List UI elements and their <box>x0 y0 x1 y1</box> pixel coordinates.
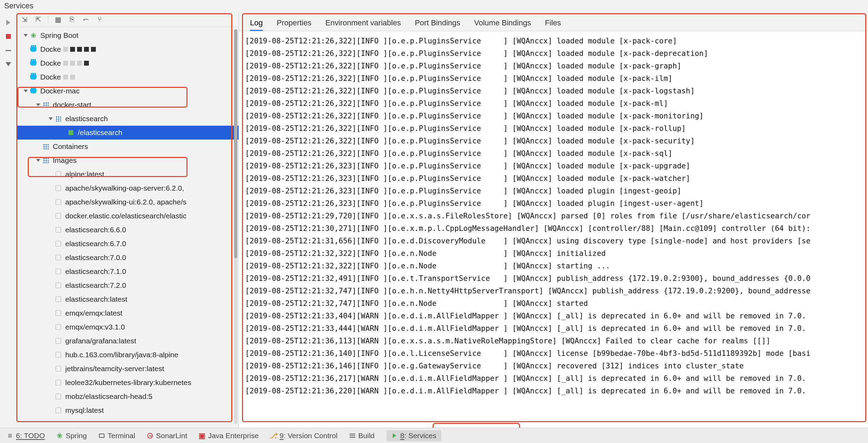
tree-item[interactable]: docker-start <box>17 98 239 112</box>
filter-icon[interactable] <box>5 60 12 68</box>
tree-item-label: Containers <box>53 142 88 151</box>
panel-title: Services <box>0 0 868 12</box>
tree-item[interactable]: Docke <box>17 70 239 84</box>
tree-item[interactable]: Images <box>17 153 239 167</box>
log-line: [2019-08-25T12:21:26,323][INFO ][o.e.p.P… <box>245 172 862 185</box>
tab-environment-variables[interactable]: Environment variables <box>325 16 401 31</box>
services-tab[interactable]: 8: Services <box>386 430 441 441</box>
tree-item[interactable]: mysql:latest <box>17 403 239 417</box>
log-line: [2019-08-25T12:21:26,322][INFO ][o.e.p.P… <box>245 135 862 147</box>
tree-item[interactable]: Docke <box>17 42 239 56</box>
version-control-tab[interactable]: ⎇9: Version Control <box>270 432 337 440</box>
stop-icon[interactable] <box>5 33 12 40</box>
tool-window-bar: ≡6: TODO ❀Spring Terminal SonarLint ▣Jav… <box>0 428 868 443</box>
tree-item[interactable]: elasticsearch:6.7.0 <box>17 237 239 251</box>
tree-item[interactable]: ❀Spring Boot <box>17 28 239 42</box>
tree-item[interactable]: emqx/emqx:latest <box>17 306 239 320</box>
build-tab[interactable]: Build <box>349 432 375 440</box>
tree-item-label: elasticsearch:7.0.0 <box>65 253 126 262</box>
tab-port-bindings[interactable]: Port Bindings <box>415 16 460 31</box>
tree-item-label: Docke <box>40 45 61 53</box>
collapse-all-icon[interactable]: ⇱ <box>34 15 42 24</box>
tree-item[interactable]: Docke <box>17 56 239 70</box>
tree-item-label: hub.c.163.com/library/java:8-alpine <box>65 351 178 359</box>
services-tree[interactable]: ❀Spring BootDockeDockeDockeDocker-macdoc… <box>17 27 239 417</box>
terminal-tab[interactable]: Terminal <box>99 432 135 440</box>
tree-item[interactable]: apache/skywalking-oap-server:6.2.0, <box>17 181 239 195</box>
tree-item-label: elasticsearch:latest <box>65 295 127 303</box>
tree-scrollbar[interactable] <box>234 29 237 424</box>
log-line: [2019-08-25T12:21:33,404][WARN ][o.e.d.i… <box>245 310 862 322</box>
tree-item-label: apache/skywalking-ui:6.2.0, apache/s <box>65 198 186 206</box>
save-icon[interactable]: ⎘ <box>68 15 76 24</box>
services-tree-pane: ⇲ ⇱ ▦ ⎘ ⤺ ⑂ ❀Spring BootDockeDockeDockeD… <box>17 12 239 428</box>
tab-files[interactable]: Files <box>545 16 561 31</box>
tree-item-label: emqx/emqx:latest <box>65 309 123 317</box>
log-line: [2019-08-25T12:21:36,217][WARN ][o.e.d.i… <box>245 372 862 385</box>
tree-item-label: mobz/elasticsearch-head:5 <box>65 392 152 401</box>
tree-item-label: jetbrains/teamcity-server:latest <box>65 365 164 373</box>
toolbar-separator <box>48 16 48 23</box>
tree-item-label: alpine:latest <box>65 170 104 178</box>
expand-arrow-icon[interactable] <box>47 117 54 120</box>
expand-arrow-icon[interactable] <box>22 34 29 37</box>
log-line: [2019-08-25T12:21:26,322][INFO ][o.e.p.P… <box>245 110 862 122</box>
tree-item[interactable]: elasticsearch:7.2.0 <box>17 278 239 292</box>
tree-item[interactable]: hub.c.163.com/library/java:8-alpine <box>17 348 239 362</box>
tree-item-label: Docker-mac <box>40 87 80 95</box>
log-line: [2019-08-25T12:21:31,656][INFO ][o.e.d.D… <box>245 235 862 247</box>
tree-item[interactable]: emqx/emqx:v3.1.0 <box>17 320 239 334</box>
todo-tab[interactable]: ≡6: TODO <box>7 432 45 440</box>
tree-item[interactable]: elasticsearch:7.0.0 <box>17 251 239 265</box>
grid-icon[interactable]: ▦ <box>54 15 62 24</box>
tree-item-label: docker-start <box>53 101 91 109</box>
tree-item-label: leolee32/kubernetes-library:kubernetes <box>65 378 191 387</box>
log-line: [2019-08-25T12:21:26,323][INFO ][o.e.p.P… <box>245 185 862 197</box>
tree-item-label: elasticsearch:7.1.0 <box>65 267 126 276</box>
sonarlint-tab[interactable]: SonarLint <box>147 432 187 440</box>
tree-item-label: emqx/emqx:v3.1.0 <box>65 323 125 331</box>
tab-volume-bindings[interactable]: Volume Bindings <box>474 16 531 31</box>
log-line: [2019-08-25T12:21:36,113][WARN ][o.e.x.s… <box>245 335 862 347</box>
tree-item[interactable]: elasticsearch:7.1.0 <box>17 265 239 278</box>
tree-item[interactable]: apache/skywalking-ui:6.2.0, apache/s <box>17 195 239 209</box>
tree-item-label: Images <box>53 156 77 165</box>
log-line: [2019-08-25T12:21:32,322][INFO ][o.e.n.N… <box>245 260 862 272</box>
expand-all-icon[interactable]: ⇲ <box>20 15 28 24</box>
log-line: [2019-08-25T12:21:32,747][INFO ][o.e.h.n… <box>245 285 862 297</box>
tree-item[interactable]: Containers <box>17 140 239 153</box>
branch-icon[interactable]: ⑂ <box>95 15 104 24</box>
log-line: [2019-08-25T12:21:26,323][INFO ][o.e.p.P… <box>245 197 862 210</box>
tab-properties[interactable]: Properties <box>277 16 311 31</box>
log-line: [2019-08-25T12:21:26,323][INFO ][o.e.p.P… <box>245 160 862 172</box>
minimize-icon[interactable] <box>5 47 12 54</box>
tree-item[interactable]: docker.elastic.co/elasticsearch/elastic <box>17 209 239 223</box>
expand-arrow-icon[interactable] <box>22 90 29 92</box>
expand-arrow-icon[interactable] <box>35 103 42 106</box>
log-line: [2019-08-25T12:21:36,220][WARN ][o.e.d.i… <box>245 385 862 397</box>
expand-arrow-icon[interactable] <box>35 159 42 162</box>
import-icon[interactable]: ⤺ <box>82 15 90 24</box>
tree-item-label: elasticsearch:6.6.0 <box>65 226 126 234</box>
log-line: [2019-08-25T12:21:26,322][INFO ][o.e.p.P… <box>245 147 862 160</box>
tab-log[interactable]: Log <box>250 16 263 31</box>
java-enterprise-tab[interactable]: ▣Java Enterprise <box>199 432 259 440</box>
tree-item[interactable]: elasticsearch:latest <box>17 292 239 306</box>
tree-item[interactable]: grafana/grafana:latest <box>17 334 239 348</box>
log-line: [2019-08-25T12:21:33,444][WARN ][o.e.d.i… <box>245 322 862 335</box>
log-output[interactable]: [2019-08-25T12:21:26,322][INFO ][o.e.p.P… <box>239 31 868 428</box>
tree-item[interactable]: mobz/elasticsearch-head:5 <box>17 390 239 403</box>
tree-item[interactable]: elasticsearch <box>17 112 239 126</box>
spring-tab[interactable]: ❀Spring <box>57 432 87 440</box>
tree-item[interactable]: jetbrains/teamcity-server:latest <box>17 362 239 376</box>
run-icon[interactable] <box>5 19 12 26</box>
tree-item[interactable]: leolee32/kubernetes-library:kubernetes <box>17 376 239 390</box>
log-line: [2019-08-25T12:21:36,140][INFO ][o.e.l.L… <box>245 347 862 360</box>
tree-item[interactable]: /elasticsearch <box>17 126 239 140</box>
tree-item[interactable]: elasticsearch:6.6.0 <box>17 223 239 237</box>
tree-item[interactable]: Docker-mac <box>17 84 239 98</box>
tree-item[interactable]: alpine:latest <box>17 167 239 181</box>
log-line: [2019-08-25T12:21:26,322][INFO ][o.e.p.P… <box>245 47 862 60</box>
tree-item-label: apache/skywalking-oap-server:6.2.0, <box>65 184 184 192</box>
tree-item-label: mysql:latest <box>65 406 104 415</box>
